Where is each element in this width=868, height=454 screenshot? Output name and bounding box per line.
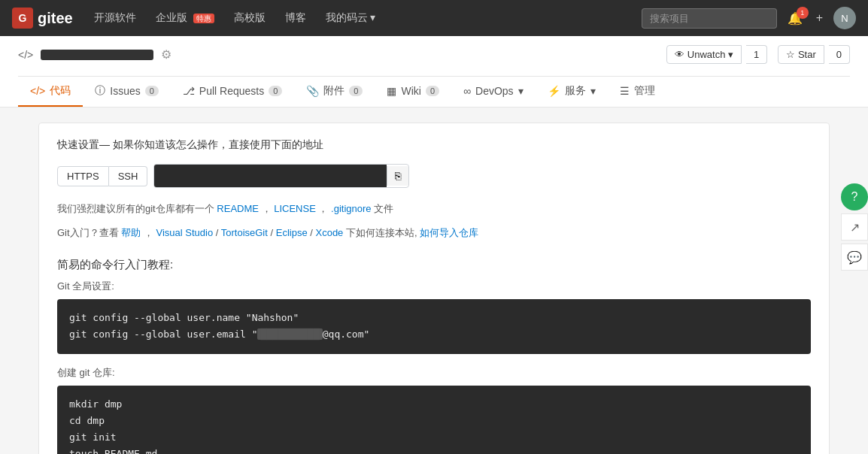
navbar-brand: gitee	[38, 10, 73, 27]
url-value-redacted	[154, 165, 387, 187]
create-repo-code: mkdir dmp cd dmp git init touch README.m…	[57, 386, 811, 454]
eclipse-link[interactable]: Eclipse	[276, 227, 308, 238]
email-redacted: ██████████	[257, 328, 322, 340]
devops-icon: ∞	[463, 85, 471, 97]
page-wrapper: G gitee 开源软件 企业版 特惠 高校版 博客 我的码云 ▾ 🔔 1 +	[0, 0, 868, 454]
url-input-container: ⎘	[153, 164, 409, 188]
copy-url-button[interactable]: ⎘	[387, 166, 408, 186]
repo-tabs: </> 代码 ⓘ Issues 0 ⎇ Pull Requests 0 📎 附件…	[18, 76, 850, 107]
nav-item-opensource[interactable]: 开源软件	[85, 7, 145, 29]
issues-icon: ⓘ	[95, 84, 105, 98]
main-content: 快速设置— 如果你知道该怎么操作，直接使用下面的地址 HTTPS SSH ⎘ 我…	[20, 123, 848, 454]
navbar-logo: G gitee	[12, 8, 73, 29]
git-help-text: Git入门？查看 帮助 ， Visual Studio / TortoiseGi…	[57, 226, 811, 240]
code-mkdir: mkdir dmp	[69, 396, 799, 413]
notifications-button[interactable]: 🔔 1	[785, 8, 806, 29]
avatar-letter: N	[841, 13, 848, 24]
wiki-icon: ▦	[387, 85, 396, 97]
protocol-buttons: HTTPS SSH	[57, 166, 147, 186]
repo-actions: 👁 Unwatch ▾ 1 ☆ Star 0	[666, 45, 850, 64]
create-repo-subtitle: 创建 git 仓库:	[57, 366, 811, 380]
notification-badge: 1	[797, 7, 809, 19]
code-line-2: git config --global user.email "████████…	[69, 326, 799, 343]
code-line-1: git config --global user.name "Nahshon"	[69, 310, 799, 326]
tab-wiki[interactable]: ▦ Wiki 0	[375, 77, 451, 107]
code-cd: cd dmp	[69, 413, 799, 429]
help-float-button[interactable]: ?	[841, 183, 868, 210]
repo-settings-icon[interactable]: ⚙	[161, 47, 171, 62]
license-link[interactable]: LICENSE	[274, 203, 316, 214]
tab-pullrequests[interactable]: ⎇ Pull Requests 0	[171, 77, 295, 107]
tgit-link[interactable]: TortoiseGit	[221, 227, 268, 238]
recommend-text: 我们强烈建议所有的git仓库都有一个 README ， LICENSE ， .g…	[57, 200, 811, 217]
gitignore-link[interactable]: .gitignore	[331, 203, 371, 214]
url-row: HTTPS SSH ⎘	[57, 164, 811, 188]
import-link[interactable]: 如何导入仓库	[420, 227, 478, 238]
ssh-button[interactable]: SSH	[109, 166, 148, 186]
nav-item-enterprise[interactable]: 企业版 特惠	[147, 7, 223, 29]
global-config-subtitle: Git 全局设置:	[57, 280, 811, 293]
repo-code-icon: </>	[18, 49, 33, 61]
pr-icon: ⎇	[183, 85, 195, 97]
gitee-logo-icon: G	[12, 8, 33, 29]
code-init: git init	[69, 429, 799, 446]
nav-item-university[interactable]: 高校版	[225, 7, 275, 29]
help-link[interactable]: 帮助	[121, 227, 141, 238]
search-input[interactable]	[642, 8, 777, 29]
tab-manage[interactable]: ☰ 管理	[608, 77, 667, 107]
vs-link[interactable]: Visual Studio	[156, 227, 213, 238]
services-icon: ⚡	[548, 85, 560, 97]
repo-name-redacted	[41, 50, 153, 60]
tab-attachments[interactable]: 📎 附件 0	[294, 77, 375, 107]
chat-icon: 💬	[847, 250, 862, 265]
quick-setup-panel: 快速设置— 如果你知道该怎么操作，直接使用下面的地址 HTTPS SSH ⎘ 我…	[38, 123, 830, 454]
quick-setup-title: 快速设置— 如果你知道该怎么操作，直接使用下面的地址	[57, 138, 811, 152]
enterprise-badge: 特惠	[193, 14, 214, 23]
repo-title-row: </> ⚙ 👁 Unwatch ▾ 1 ☆ Star 0	[18, 45, 850, 73]
user-avatar-button[interactable]: N	[833, 7, 856, 29]
tab-devops[interactable]: ∞ DevOps ▾	[451, 77, 536, 107]
navbar-nav: 开源软件 企业版 特惠 高校版 博客 我的码云 ▾	[85, 7, 639, 29]
star-button[interactable]: ☆ Star	[778, 45, 824, 64]
tab-issues[interactable]: ⓘ Issues 0	[83, 77, 171, 107]
share-icon: ↗	[850, 220, 860, 235]
wiki-badge: 0	[426, 86, 439, 96]
chat-float-button[interactable]: 💬	[841, 244, 868, 271]
tab-services[interactable]: ⚡ 服务 ▾	[536, 77, 608, 107]
tutorial-section-title: 简易的命令行入门教程:	[57, 258, 811, 272]
nav-item-mycloud[interactable]: 我的码云 ▾	[317, 7, 385, 29]
share-float-button[interactable]: ↗	[841, 213, 868, 241]
attach-icon: 📎	[306, 85, 319, 97]
pr-badge: 0	[269, 86, 282, 96]
star-count[interactable]: 0	[829, 45, 850, 64]
attach-badge: 0	[349, 86, 363, 96]
watch-button[interactable]: 👁 Unwatch ▾	[666, 45, 742, 64]
tab-code[interactable]: </> 代码	[18, 77, 83, 107]
repo-header: </> ⚙ 👁 Unwatch ▾ 1 ☆ Star 0 </> 代码 ⓘ Is…	[0, 36, 868, 107]
plus-icon: +	[816, 11, 823, 25]
readme-link[interactable]: README	[217, 203, 259, 214]
code-touch: touch README.md	[69, 446, 799, 454]
manage-icon: ☰	[620, 85, 630, 97]
navbar: G gitee 开源软件 企业版 特惠 高校版 博客 我的码云 ▾ 🔔 1 +	[0, 0, 868, 36]
navbar-right: 🔔 1 + N	[642, 7, 856, 29]
global-config-code: git config --global user.name "Nahshon" …	[57, 299, 811, 353]
watch-count[interactable]: 1	[746, 45, 767, 64]
code-icon: </>	[30, 85, 45, 97]
help-icon: ?	[851, 190, 858, 204]
https-button[interactable]: HTTPS	[57, 166, 109, 186]
xcode-link[interactable]: Xcode	[315, 227, 343, 238]
issues-badge: 0	[145, 86, 159, 96]
add-button[interactable]: +	[813, 8, 826, 28]
floating-buttons: ? ↗ 💬	[841, 183, 868, 271]
nav-item-blog[interactable]: 博客	[276, 7, 315, 29]
